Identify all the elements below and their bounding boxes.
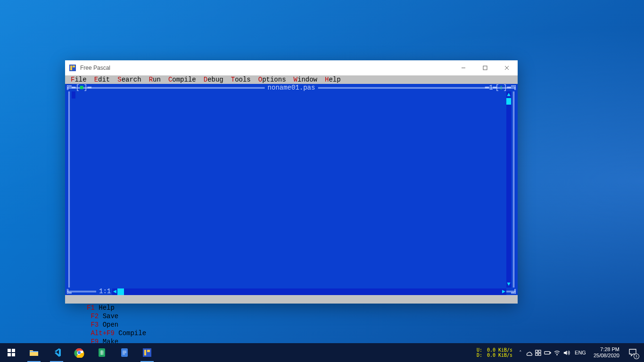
- taskbar-item-sheets[interactable]: [91, 343, 113, 362]
- spreadsheet-icon: [97, 347, 107, 358]
- text-cursor: [72, 91, 75, 99]
- editor-body[interactable]: [72, 91, 511, 288]
- svg-rect-24: [147, 350, 150, 352]
- svg-rect-28: [538, 353, 541, 355]
- svg-rect-4: [483, 66, 487, 70]
- power-icon[interactable]: [543, 343, 552, 362]
- status-bar: F1 Help F2 Save F3 Open Alt+F9 Compile F…: [65, 295, 518, 304]
- scroll-up-icon[interactable]: ▲: [507, 91, 510, 98]
- svg-rect-7: [8, 349, 11, 352]
- svg-point-12: [78, 351, 81, 354]
- svg-point-31: [556, 354, 557, 355]
- notification-count-badge: 1: [634, 354, 639, 359]
- clock[interactable]: 7:28 PM 25/08/2020: [590, 346, 623, 359]
- svg-rect-27: [535, 353, 537, 355]
- wifi-icon[interactable]: [552, 343, 561, 362]
- status-item-open[interactable]: F3 Open: [83, 321, 119, 329]
- svg-rect-29: [545, 351, 550, 354]
- onedrive-icon[interactable]: [524, 343, 533, 362]
- vscroll-thumb[interactable]: [506, 98, 511, 105]
- menu-debug[interactable]: Debug: [200, 75, 227, 84]
- net-meter[interactable]: U: 0.0 KiB/s D: 0.0 KiB/s: [477, 347, 512, 358]
- menu-run[interactable]: Run: [145, 75, 165, 84]
- document-icon: [119, 347, 130, 358]
- security-icon[interactable]: [533, 343, 543, 362]
- vscode-icon: [51, 347, 62, 358]
- language-indicator[interactable]: ENG: [571, 350, 590, 355]
- menu-options[interactable]: Options: [255, 75, 290, 84]
- svg-rect-26: [538, 350, 541, 352]
- titlebar[interactable]: Free Pascal: [65, 60, 518, 75]
- editor-filename: noname01.pas: [265, 84, 318, 91]
- volume-icon[interactable]: [561, 343, 571, 362]
- action-center-button[interactable]: 1: [623, 343, 642, 362]
- cursor-position: 1:1: [96, 288, 114, 295]
- menu-file[interactable]: File: [67, 75, 91, 84]
- editor-close-widget[interactable]: ═[■]═: [72, 84, 91, 91]
- clock-time: 7:28 PM: [594, 346, 619, 353]
- editor-area[interactable]: ═[■]═ noname01.pas ═1═ [↕]═ ▲ ▼ 1:1 ◄ ►: [65, 84, 518, 295]
- menu-window[interactable]: Window: [290, 75, 321, 84]
- svg-rect-30: [550, 352, 551, 353]
- taskbar-item-vscode[interactable]: [45, 343, 68, 362]
- scroll-right-icon[interactable]: ►: [501, 288, 506, 296]
- system-tray: U: 0.0 KiB/s D: 0.0 KiB/s ˄ ENG 7:28 PM …: [477, 343, 644, 362]
- scroll-left-icon[interactable]: ◄: [112, 288, 117, 296]
- clock-date: 25/08/2020: [594, 353, 619, 359]
- menu-search[interactable]: Search: [114, 75, 145, 84]
- free-pascal-icon: [142, 347, 152, 358]
- hscroll-thumb[interactable]: [117, 288, 124, 295]
- taskbar-item-chrome[interactable]: [68, 343, 91, 362]
- windows-logo-icon: [6, 347, 17, 358]
- close-button[interactable]: [496, 60, 518, 75]
- tray-overflow-icon[interactable]: ˄: [519, 350, 522, 356]
- app-window: Free Pascal File Edit Search Run Compile…: [65, 60, 518, 304]
- minimize-button[interactable]: [453, 60, 474, 75]
- start-button[interactable]: [0, 343, 23, 362]
- chrome-icon: [74, 347, 84, 358]
- status-item-compile[interactable]: Alt+F9 Compile: [83, 329, 146, 337]
- editor-hscrollbar[interactable]: ◄ ►: [112, 288, 506, 295]
- svg-rect-1: [70, 66, 72, 70]
- window-title: Free Pascal: [80, 65, 110, 71]
- taskbar: U: 0.0 KiB/s D: 0.0 KiB/s ˄ ENG 7:28 PM …: [0, 343, 644, 362]
- svg-rect-8: [12, 349, 15, 352]
- menu-bar: File Edit Search Run Compile Debug Tools…: [65, 75, 518, 84]
- menu-edit[interactable]: Edit: [91, 75, 114, 84]
- svg-rect-9: [8, 353, 11, 356]
- folder-icon: [29, 347, 39, 358]
- svg-rect-2: [73, 66, 75, 67]
- taskbar-item-file-explorer[interactable]: [23, 343, 45, 362]
- status-item-save[interactable]: F2 Save: [83, 313, 119, 320]
- app-icon: [69, 64, 76, 72]
- editor-vscrollbar[interactable]: ▲ ▼: [506, 91, 511, 288]
- taskbar-item-free-pascal[interactable]: [136, 343, 158, 362]
- svg-rect-10: [12, 353, 15, 356]
- svg-rect-25: [535, 350, 537, 352]
- svg-rect-23: [144, 350, 146, 355]
- menu-tools[interactable]: Tools: [227, 75, 255, 84]
- svg-rect-22: [143, 348, 151, 357]
- menu-help[interactable]: Help: [321, 75, 345, 84]
- menu-compile[interactable]: Compile: [165, 75, 200, 84]
- scroll-down-icon[interactable]: ▼: [507, 281, 510, 288]
- taskbar-item-docs[interactable]: [113, 343, 136, 362]
- editor-zoom-widget[interactable]: [↕]═: [495, 84, 511, 91]
- status-item-help[interactable]: F1 Help: [83, 304, 115, 312]
- maximize-button[interactable]: [474, 60, 496, 75]
